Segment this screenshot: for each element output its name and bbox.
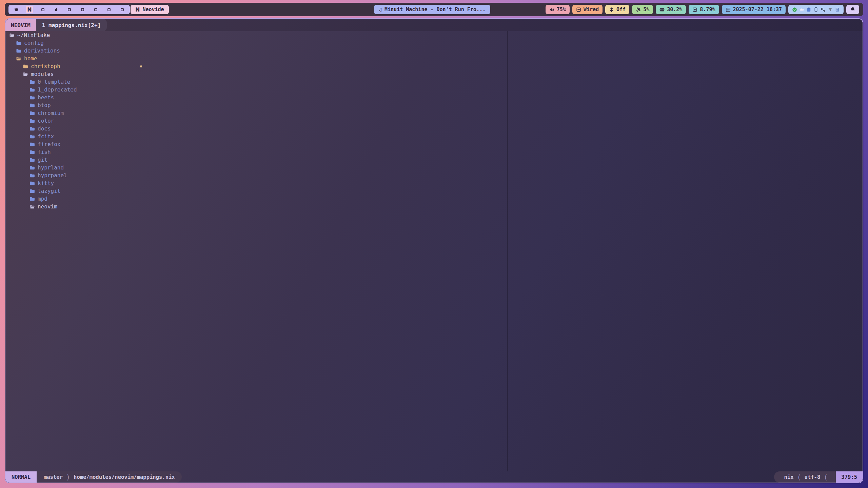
folder-icon	[29, 165, 35, 170]
neovide-window: NEOVIM 1 mappings.nix[2+] ~/NixFlakeconf…	[5, 18, 863, 483]
stat-label: 5%	[643, 6, 649, 13]
square-icon	[40, 7, 45, 12]
tabline: NEOVIM 1 mappings.nix[2+]	[5, 19, 863, 31]
stat-pill-disk[interactable]: 8.79%	[689, 5, 719, 14]
tree-row[interactable]: hyprland	[5, 164, 148, 171]
flame-icon	[54, 7, 59, 12]
window-title-label: Neovide	[142, 6, 164, 13]
workspace-item[interactable]	[92, 6, 99, 13]
top-bar: N N Neovide ♫ Minuit Machine - Don't Run…	[5, 3, 863, 16]
stat-pill-bluetooth[interactable]: Off	[605, 5, 629, 14]
bluetooth-icon	[609, 7, 614, 12]
tree-row[interactable]: lazygit	[5, 187, 148, 195]
workspace-item[interactable]	[13, 6, 20, 13]
tree-row[interactable]: kitty	[5, 179, 148, 187]
pane-separator	[507, 31, 508, 471]
tree-row[interactable]: fcitx	[5, 133, 148, 140]
tree-label: ~/NixFlake	[17, 31, 50, 39]
tree-label: home	[24, 55, 37, 62]
tree-label: hyprland	[38, 164, 64, 171]
file-path-label: home/modules/neovim/mappings.nix	[74, 474, 175, 480]
tree-row[interactable]: color	[5, 117, 148, 125]
tree-label: beets	[38, 94, 54, 101]
tree-row[interactable]: fish	[5, 148, 148, 156]
tree-row[interactable]: 0_template	[5, 78, 148, 86]
workspace-item[interactable]	[65, 6, 73, 13]
bell-icon	[850, 7, 855, 12]
speaker-icon	[549, 7, 554, 12]
stat-label: 30.2%	[667, 6, 682, 13]
system-tray[interactable]	[788, 5, 844, 14]
workspace-item[interactable]	[39, 6, 46, 13]
workspace-item[interactable]	[118, 6, 126, 13]
tree-row[interactable]: modules	[5, 70, 148, 78]
square-icon	[80, 7, 85, 12]
square-icon	[120, 7, 125, 12]
folder-icon	[29, 95, 35, 100]
tree-row[interactable]: mpd	[5, 195, 148, 203]
desktop: N N Neovide ♫ Minuit Machine - Don't Run…	[0, 0, 868, 488]
workspace-item[interactable]	[105, 6, 113, 13]
tree-row[interactable]: firefox	[5, 140, 148, 148]
folder-icon	[23, 64, 28, 69]
stat-pill-ethernet[interactable]: Wired	[572, 5, 603, 14]
folder-icon	[16, 40, 21, 46]
tree-row[interactable]: christoph	[5, 62, 148, 70]
ethernet-icon	[576, 7, 581, 12]
tree-row[interactable]: ~/NixFlake	[5, 31, 148, 39]
window-title-tab[interactable]: N Neovide	[131, 5, 169, 14]
tree-row[interactable]: home	[5, 55, 148, 62]
tree-row[interactable]: git	[5, 156, 148, 164]
key-icon	[821, 7, 826, 12]
stat-pill-chip[interactable]: 5%	[632, 5, 653, 14]
stat-pill-ram[interactable]: 30.2%	[656, 5, 686, 14]
workspace-item[interactable]	[79, 6, 86, 13]
workspace-active[interactable]: N	[26, 6, 33, 13]
tree-row[interactable]: neovim	[5, 203, 148, 210]
notification-bell[interactable]	[846, 5, 859, 14]
music-widget[interactable]: ♫ Minuit Machine - Don't Run Fro...	[374, 5, 490, 14]
folder-icon	[29, 126, 35, 131]
tree-row[interactable]: hyprpanel	[5, 171, 148, 179]
tree-label: christoph	[31, 62, 60, 70]
tree-row[interactable]: docs	[5, 125, 148, 133]
workspace-switcher[interactable]: N	[8, 5, 130, 14]
stat-label: 8.79%	[700, 6, 715, 13]
folder-icon	[29, 196, 35, 202]
tree-label: docs	[38, 125, 51, 133]
chip-icon	[636, 7, 641, 12]
tree-label: firefox	[38, 140, 60, 148]
cursor-position: 379:5	[836, 471, 863, 483]
clipboard-icon	[806, 7, 811, 12]
tree-row[interactable]: beets	[5, 94, 148, 101]
disk-icon	[692, 7, 697, 12]
editor-left-pane[interactable]	[148, 31, 507, 471]
filetype-label: nix	[784, 474, 794, 480]
tree-row[interactable]: btop	[5, 101, 148, 109]
folder-icon	[29, 79, 35, 85]
tabline-buffer-tab[interactable]: 1 mappings.nix[2+]	[36, 19, 107, 31]
tree-label: 0_template	[38, 78, 70, 86]
workspace-item[interactable]	[52, 6, 60, 13]
tree-row[interactable]: derivations	[5, 47, 148, 55]
editor-right-pane[interactable]	[509, 31, 863, 471]
stat-label: 75%	[557, 6, 566, 13]
folder-icon	[29, 173, 35, 178]
calendar-icon	[726, 7, 731, 12]
statusline-divider: (	[797, 473, 801, 481]
mode-indicator: NORMAL	[5, 471, 37, 483]
tree-label: fcitx	[38, 133, 54, 140]
tree-label: hyprpanel	[38, 171, 67, 179]
folder-icon	[29, 149, 35, 155]
stat-pill-calendar[interactable]: 2025-07-22 16:37	[722, 5, 786, 14]
tree-row[interactable]: chromium	[5, 109, 148, 117]
git-branch: master	[41, 474, 63, 480]
stat-pill-speaker[interactable]: 75%	[546, 5, 570, 14]
crown-icon	[799, 7, 804, 12]
tabline-mode-chip: NEOVIM	[5, 19, 36, 31]
folder-icon	[29, 188, 35, 194]
tree-row[interactable]: config	[5, 39, 148, 47]
square-icon	[67, 7, 72, 12]
tree-row[interactable]: 1_deprecated	[5, 86, 148, 94]
square-icon	[93, 7, 98, 12]
